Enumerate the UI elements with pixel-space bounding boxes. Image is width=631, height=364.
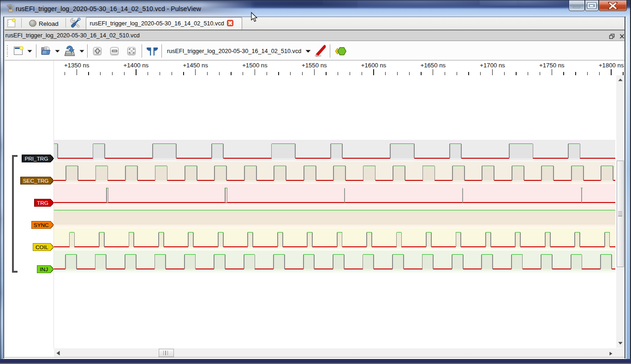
svg-text:COIL: COIL — [36, 244, 48, 251]
svg-text:+1350 ns: +1350 ns — [64, 62, 89, 69]
svg-text:+1450 ns: +1450 ns — [183, 62, 208, 69]
svg-text:+1750 ns: +1750 ns — [539, 62, 565, 69]
svg-text:+1500 ns: +1500 ns — [242, 62, 268, 69]
svg-text:TRG: TRG — [37, 200, 48, 206]
svg-text:+1600 ns: +1600 ns — [361, 62, 387, 69]
svg-text:+1650 ns: +1650 ns — [420, 62, 446, 69]
svg-text:+1800 ns: +1800 ns — [599, 62, 624, 69]
svg-text:SYNC: SYNC — [34, 222, 49, 228]
svg-text:INJ: INJ — [40, 266, 48, 273]
svg-text:+1400 ns: +1400 ns — [124, 62, 149, 69]
svg-text:SEC_TRG: SEC_TRG — [23, 178, 49, 184]
svg-text:+1700 ns: +1700 ns — [480, 62, 505, 69]
svg-text:+1550 ns: +1550 ns — [302, 62, 327, 69]
svg-text:PRI_TRG: PRI_TRG — [24, 155, 48, 162]
